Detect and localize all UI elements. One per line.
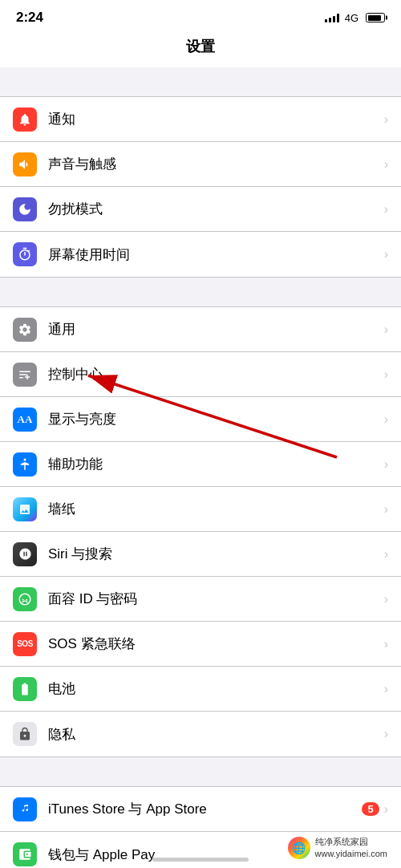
chevron-controlcenter: › <box>384 367 388 382</box>
itunes-badge: 5 <box>362 802 379 816</box>
chevron-notifications: › <box>384 112 388 127</box>
sos-icon: SOS <box>13 632 37 656</box>
network-type: 4G <box>345 12 358 24</box>
settings-group-2: 通用 › 控制中心 › AA 显示与亮度 › 辅助功能 › <box>0 306 401 757</box>
dnd-icon <box>13 197 37 221</box>
status-time: 2:24 <box>16 10 43 26</box>
chevron-general: › <box>384 322 388 337</box>
siri-icon <box>13 542 37 566</box>
itunes-icon <box>13 797 37 821</box>
watermark: 🌐 纯净系统家园 www.yidaimei.com <box>282 834 393 862</box>
status-icons: 4G <box>325 12 385 24</box>
accessibility-icon <box>13 452 37 477</box>
sos-label: SOS 紧急联络 <box>48 635 384 653</box>
accessibility-label: 辅助功能 <box>48 455 384 473</box>
status-bar: 2:24 4G <box>0 0 401 30</box>
watermark-text: 纯净系统家园 www.yidaimei.com <box>315 836 387 859</box>
sounds-label: 声音与触感 <box>48 155 384 173</box>
chevron-sounds: › <box>384 157 388 172</box>
sounds-icon <box>13 152 37 176</box>
settings-item-battery[interactable]: 电池 › <box>0 667 401 712</box>
screentime-label: 屏幕使用时间 <box>48 245 384 264</box>
watermark-icon: 🌐 <box>288 837 310 859</box>
settings-item-itunes[interactable]: iTunes Store 与 App Store 5 › <box>0 787 401 832</box>
settings-item-display[interactable]: AA 显示与亮度 › <box>0 397 401 442</box>
chevron-battery: › <box>384 682 388 696</box>
privacy-label: 隐私 <box>48 725 384 744</box>
dnd-label: 勿扰模式 <box>48 200 384 218</box>
settings-item-general[interactable]: 通用 › <box>0 307 401 352</box>
svg-point-0 <box>24 458 26 460</box>
controlcenter-icon <box>13 363 37 387</box>
chevron-wallpaper: › <box>384 502 388 517</box>
battery-icon <box>366 13 385 22</box>
home-indicator <box>152 858 249 862</box>
chevron-display: › <box>384 412 388 427</box>
chevron-dnd: › <box>384 202 388 217</box>
chevron-siri: › <box>384 547 388 562</box>
controlcenter-label: 控制中心 <box>48 365 384 383</box>
settings-item-screentime[interactable]: 屏幕使用时间 › <box>0 232 401 277</box>
faceid-icon <box>13 587 37 611</box>
itunes-label: iTunes Store 与 App Store <box>48 800 362 818</box>
settings-item-controlcenter[interactable]: 控制中心 › <box>0 352 401 397</box>
chevron-itunes: › <box>384 802 388 817</box>
battery-label: 电池 <box>48 679 384 698</box>
wallet-icon <box>13 842 37 866</box>
privacy-icon <box>13 722 37 746</box>
settings-item-dnd[interactable]: 勿扰模式 › <box>0 187 401 232</box>
signal-bars-icon <box>325 13 339 22</box>
notifications-icon <box>13 107 37 132</box>
general-icon <box>13 318 37 342</box>
settings-item-sos[interactable]: SOS SOS 紧急联络 › <box>0 622 401 667</box>
siri-label: Siri 与搜索 <box>48 545 384 563</box>
chevron-faceid: › <box>384 592 388 606</box>
wallpaper-icon <box>13 497 37 521</box>
settings-item-wallpaper[interactable]: 墙纸 › <box>0 487 401 532</box>
settings-item-siri[interactable]: Siri 与搜索 › <box>0 532 401 577</box>
page-title-bar: 设置 <box>0 30 401 67</box>
notifications-label: 通知 <box>48 110 384 128</box>
display-icon: AA <box>13 408 37 432</box>
faceid-label: 面容 ID 与密码 <box>48 590 384 608</box>
chevron-screentime: › <box>384 247 388 262</box>
settings-group-1: 通知 › 声音与触感 › 勿扰模式 › 屏幕使用时间 › <box>0 96 401 278</box>
page-title: 设置 <box>186 39 215 55</box>
battery-settings-icon <box>13 677 37 701</box>
general-label: 通用 <box>48 320 384 339</box>
section-gap-3 <box>0 757 401 786</box>
settings-item-faceid[interactable]: 面容 ID 与密码 › <box>0 577 401 622</box>
section-gap-1 <box>0 67 401 96</box>
settings-item-notifications[interactable]: 通知 › <box>0 97 401 142</box>
chevron-accessibility: › <box>384 457 388 472</box>
settings-item-sounds[interactable]: 声音与触感 › <box>0 142 401 187</box>
settings-item-privacy[interactable]: 隐私 › <box>0 712 401 756</box>
display-label: 显示与亮度 <box>48 410 384 428</box>
settings-item-accessibility[interactable]: 辅助功能 › <box>0 442 401 487</box>
chevron-sos: › <box>384 637 388 651</box>
chevron-privacy: › <box>384 727 388 741</box>
wallpaper-label: 墙纸 <box>48 500 384 518</box>
section-gap-2 <box>0 278 401 306</box>
screentime-icon <box>13 242 37 266</box>
